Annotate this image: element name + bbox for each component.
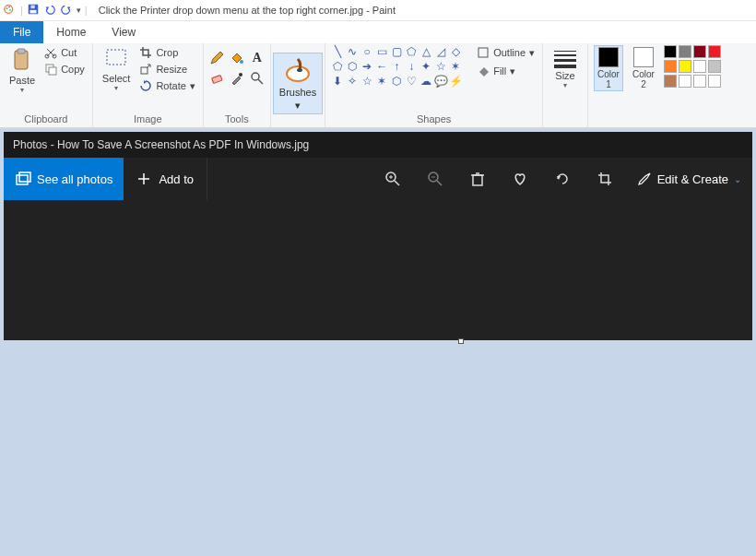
resize-icon [139,63,152,76]
cut-button[interactable]: Cut [42,45,87,60]
text-tool[interactable]: A [250,51,265,65]
tab-home[interactable]: Home [43,21,99,43]
photos-app-window: Photos - How To Save A Screenshot As PDF… [4,132,752,340]
palette-swatch[interactable] [679,75,691,88]
zoom-out-button[interactable] [414,158,456,200]
shape-polygon[interactable]: ⬠ [405,45,418,58]
zoom-in-icon [384,171,401,187]
shape-right-tri[interactable]: ◿ [434,45,447,58]
palette-swatch[interactable] [693,75,706,88]
shape-fill-button[interactable]: Fill ▾ [475,64,537,78]
shape-roundrect[interactable]: ▢ [390,45,403,58]
svg-line-28 [395,181,399,185]
shape-pentagon[interactable]: ⬠ [331,60,344,73]
shape-callout4[interactable]: ✶ [375,75,388,88]
window-title: Click the Printer drop down menu at the … [99,5,396,16]
shape-star6[interactable]: ✶ [449,60,462,73]
tab-home-label: Home [56,26,86,39]
shape-arrow-r[interactable]: ➔ [360,60,373,73]
customize-qat-dropdown[interactable]: ▾ [77,6,81,15]
color-palette[interactable] [664,45,721,88]
color1-button[interactable]: Color 1 [594,45,623,91]
palette-swatch[interactable] [708,60,721,73]
shapes-gallery[interactable]: ╲∿○▭▢⬠△◿◇ ⬠⬡➔←↑↓✦☆✶ ⬇✧☆✶⬡♡☁💬⚡ [331,45,466,88]
undo-icon[interactable] [43,3,56,18]
group-clipboard-label: Clipboard [6,112,87,127]
chevron-down-icon: ▾ [114,86,118,91]
zoom-out-icon [427,171,443,187]
favorite-button[interactable] [499,158,541,200]
photos-viewport [4,200,752,340]
shape-callout5[interactable]: ⬡ [390,75,403,88]
shape-callout1[interactable]: ⬇ [331,75,344,88]
plus-icon [136,172,151,186]
palette-swatch[interactable] [664,45,677,58]
heart-icon [512,171,528,187]
color-picker-tool[interactable] [230,71,244,86]
fill-tool[interactable] [230,51,244,65]
shape-cloud[interactable]: ☁ [419,75,432,88]
shape-hexagon[interactable]: ⬡ [346,60,359,73]
svg-point-2 [8,6,10,8]
shape-outline-button[interactable]: Outline ▾ [475,45,537,60]
chevron-down-icon: ▾ [295,100,301,112]
crop-icon [139,46,152,59]
shape-line[interactable]: ╲ [331,45,344,58]
zoom-in-button[interactable] [372,158,414,200]
palette-swatch[interactable] [708,45,721,58]
tab-file[interactable]: File [0,21,43,43]
select-button[interactable]: Select ▾ [99,45,135,93]
redo-icon[interactable] [60,3,73,18]
photos-toolbar: See all photos Add to Edit & Create ⌄ [4,158,752,200]
add-to-button[interactable]: Add to [124,158,207,200]
palette-swatch[interactable] [708,75,721,88]
pencil-tool[interactable] [209,51,224,65]
save-icon[interactable] [27,3,40,18]
palette-swatch[interactable] [664,60,677,73]
crop-button[interactable]: Crop [137,45,196,60]
shape-star4[interactable]: ✦ [419,60,432,73]
shape-heart[interactable]: ♡ [405,75,418,88]
tab-view[interactable]: View [99,21,148,43]
group-brushes-label [273,121,323,125]
see-all-photos-button[interactable]: See all photos [4,158,124,200]
shape-star5[interactable]: ☆ [434,60,447,73]
group-image: Select ▾ Crop Resize Rotate ▾ Image [93,43,204,127]
brushes-button[interactable]: Brushes ▾ [273,53,323,114]
canvas-area[interactable]: Photos - How To Save A Screenshot As PDF… [0,128,756,556]
delete-button[interactable] [456,158,499,200]
rotate-button[interactable]: Rotate ▾ [137,78,196,93]
shape-callout2[interactable]: ✧ [346,75,359,88]
palette-swatch[interactable] [693,45,706,58]
eraser-tool[interactable] [209,71,224,86]
copy-button[interactable]: Copy [42,62,87,77]
palette-swatch[interactable] [664,75,677,88]
shape-rect[interactable]: ▭ [375,45,388,58]
palette-swatch[interactable] [693,60,706,73]
shape-bubble[interactable]: 💬 [434,75,447,88]
group-brushes: Brushes ▾ [271,43,325,127]
shape-curve[interactable]: ∿ [346,45,359,58]
palette-swatch[interactable] [679,45,691,58]
shape-diamond[interactable]: ◇ [449,45,462,58]
color2-button[interactable]: Color 2 [629,45,658,91]
magnifier-tool[interactable] [250,71,265,86]
edit-create-button[interactable]: Edit & Create ⌄ [626,172,752,186]
svg-rect-24 [19,172,30,182]
svg-point-1 [6,7,8,9]
crop-button-photos[interactable] [584,158,626,200]
group-tools: A Tools [204,43,271,127]
shape-arrow-l[interactable]: ← [375,60,388,73]
shape-oval[interactable]: ○ [360,45,373,58]
size-button[interactable]: Size ▾ [549,45,582,90]
shape-callout3[interactable]: ☆ [360,75,373,88]
shape-lightning[interactable]: ⚡ [449,75,462,88]
resize-button[interactable]: Resize [137,62,196,77]
palette-swatch[interactable] [679,60,691,73]
shape-arrow-u[interactable]: ↑ [390,60,403,73]
shape-arrow-d[interactable]: ↓ [405,60,418,73]
resize-handle-bottom[interactable] [458,338,464,344]
rotate-button-photos[interactable] [541,158,584,200]
shape-triangle[interactable]: △ [419,45,432,58]
paste-button[interactable]: Paste ▾ [6,45,39,95]
